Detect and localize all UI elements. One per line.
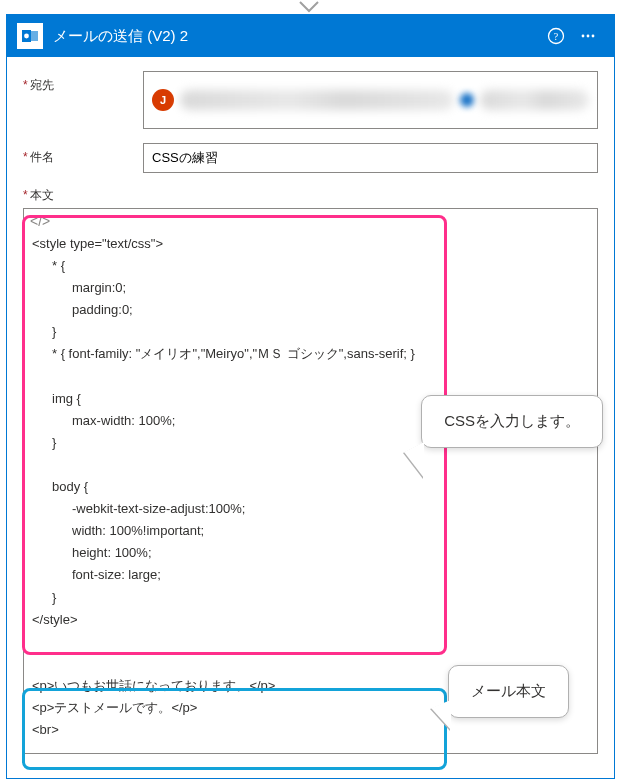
svg-point-7 bbox=[592, 35, 595, 38]
code-line: padding:0; bbox=[32, 299, 589, 321]
subject-row: 件名 bbox=[23, 143, 598, 173]
code-line: -webkit-text-size-adjust:100%; bbox=[32, 498, 589, 520]
recipient-redacted bbox=[480, 90, 589, 110]
code-line: * { font-family: "メイリオ","Meiryo","ＭＳ ゴシッ… bbox=[32, 343, 589, 365]
callout-body-hint: メール本文 bbox=[448, 665, 569, 718]
svg-rect-1 bbox=[31, 31, 38, 41]
recipient-redacted bbox=[180, 90, 454, 110]
to-row: 宛先 J bbox=[23, 71, 598, 129]
code-line bbox=[32, 631, 589, 653]
outlook-icon bbox=[17, 23, 43, 49]
code-line bbox=[32, 454, 589, 476]
code-line: } bbox=[32, 321, 589, 343]
help-icon[interactable]: ? bbox=[540, 20, 572, 52]
avatar: J bbox=[152, 89, 174, 111]
code-line: <br> bbox=[32, 719, 589, 741]
svg-point-6 bbox=[587, 35, 590, 38]
code-line: * { bbox=[32, 255, 589, 277]
svg-text:?: ? bbox=[554, 31, 559, 42]
code-line: </style> bbox=[32, 609, 589, 631]
code-line: margin:0; bbox=[32, 277, 589, 299]
more-icon[interactable] bbox=[572, 20, 604, 52]
svg-point-5 bbox=[582, 35, 585, 38]
to-field[interactable]: J bbox=[143, 71, 598, 129]
code-line: <style type="text/css"> bbox=[32, 233, 589, 255]
callout-text: CSSを入力します。 bbox=[444, 412, 580, 429]
card-title: メールの送信 (V2) 2 bbox=[53, 27, 540, 46]
code-line: } bbox=[32, 587, 589, 609]
code-line bbox=[32, 366, 589, 388]
subject-label: 件名 bbox=[23, 143, 143, 166]
callout-css-hint: CSSを入力します。 bbox=[421, 395, 603, 448]
code-line: font-size: large; bbox=[32, 564, 589, 586]
body-label: 本文 bbox=[23, 187, 143, 204]
card-header[interactable]: メールの送信 (V2) 2 ? bbox=[7, 15, 614, 57]
recipient-redacted-dot bbox=[460, 93, 474, 107]
subject-input[interactable] bbox=[143, 143, 598, 173]
to-label: 宛先 bbox=[23, 71, 143, 94]
code-line: height: 100%; bbox=[32, 542, 589, 564]
code-line: width: 100%!important; bbox=[32, 520, 589, 542]
callout-text: メール本文 bbox=[471, 682, 546, 699]
code-view-toggle-icon[interactable]: </> bbox=[24, 209, 56, 233]
code-line: body { bbox=[32, 476, 589, 498]
svg-point-2 bbox=[24, 34, 29, 39]
